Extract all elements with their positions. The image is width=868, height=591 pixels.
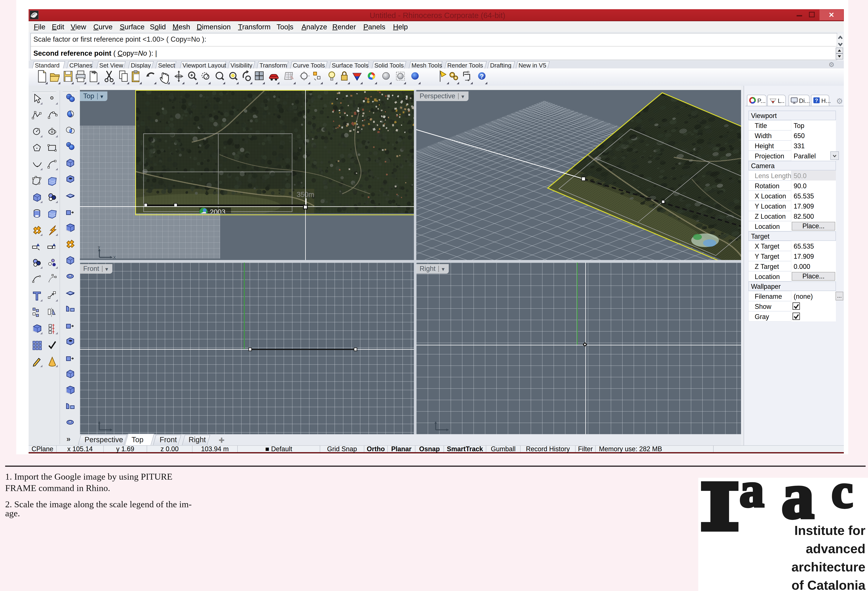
svg-text:?: ?	[815, 97, 818, 103]
svg-text:c: c	[831, 478, 853, 518]
svg-text:x: x	[113, 254, 116, 259]
svg-text:?: ?	[480, 73, 484, 80]
svg-text:of Catalonia: of Catalonia	[791, 578, 866, 591]
svg-text:2003: 2003	[210, 208, 226, 213]
svg-text:advanced: advanced	[806, 542, 865, 556]
svg-text:y: y	[98, 246, 100, 249]
svg-text:architecture: architecture	[791, 560, 865, 574]
svg-text:Institute for: Institute for	[794, 523, 865, 538]
svg-text:a: a	[740, 478, 764, 517]
